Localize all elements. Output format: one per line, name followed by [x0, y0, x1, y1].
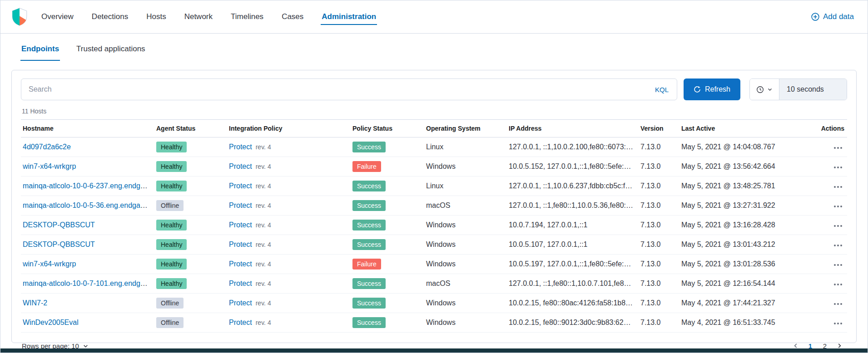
agent-status-badge: Healthy [156, 220, 187, 230]
refresh-interval-value[interactable]: 10 seconds [779, 79, 847, 100]
table-row: DESKTOP-QBBSCUTHealthyProtectrev. 4Succe… [21, 235, 847, 255]
hostname-link[interactable]: mainqa-atlcolo-10-0-5-36.eng.endgam... [23, 201, 153, 209]
chevron-down-icon [767, 87, 773, 92]
last-active-cell: May 5, 2021 @ 13:01:28.536 [678, 255, 817, 274]
operating-system-cell: Windows [422, 255, 505, 274]
policy-revision: rev. 4 [256, 221, 271, 229]
hostname-cell: mainqa-atlcolo-10-0-7-101.eng.endga... [21, 274, 153, 294]
row-actions-button[interactable] [832, 241, 844, 250]
last-active-cell: May 4, 2021 @ 16:51:33.745 [678, 313, 817, 333]
nav-item-administration[interactable]: Administration [321, 9, 377, 25]
agent-status-cell: Offline [153, 313, 225, 333]
search-box: KQL [21, 78, 677, 100]
version-cell: 7.13.0 [637, 274, 678, 294]
hostname-link[interactable]: DESKTOP-QBBSCUT [23, 221, 95, 229]
integration-policy-cell: Protectrev. 4 [225, 313, 349, 333]
integration-policy-cell: Protectrev. 4 [225, 216, 349, 235]
actions-cell [817, 255, 847, 274]
column-header-agent-status: Agent Status [153, 120, 225, 137]
endpoints-table: HostnameAgent StatusIntegration PolicyPo… [21, 119, 847, 333]
policy-status-badge: Success [352, 181, 386, 191]
agent-status-badge: Healthy [156, 142, 187, 152]
row-actions-button[interactable] [832, 300, 844, 308]
hostname-link[interactable]: DESKTOP-QBBSCUT [23, 240, 95, 248]
integration-policy-link[interactable]: Protect [229, 260, 252, 268]
refresh-icon [694, 86, 701, 93]
integration-policy-cell: Protectrev. 4 [225, 137, 349, 157]
tab-trusted-applications[interactable]: Trusted applications [75, 34, 146, 61]
integration-policy-link[interactable]: Protect [229, 143, 252, 151]
hostname-link[interactable]: WIN7-2 [23, 299, 47, 307]
last-active-cell: May 5, 2021 @ 14:04:08.767 [678, 137, 817, 157]
column-header-hostname: Hostname [21, 120, 153, 137]
operating-system-cell: Linux [422, 137, 505, 157]
integration-policy-link[interactable]: Protect [229, 299, 252, 307]
integration-policy-link[interactable]: Protect [229, 319, 252, 326]
version-cell: 7.13.0 [637, 313, 678, 333]
refresh-label: Refresh [705, 85, 730, 93]
version-cell: 7.13.0 [637, 157, 678, 176]
integration-policy-link[interactable]: Protect [229, 162, 252, 170]
nav-item-network[interactable]: Network [184, 9, 213, 25]
integration-policy-link[interactable]: Protect [229, 221, 252, 229]
hostname-link[interactable]: mainqa-atlcolo-10-0-7-101.eng.endga... [23, 279, 150, 287]
nav-item-detections[interactable]: Detections [91, 9, 129, 25]
integration-policy-link[interactable]: Protect [229, 182, 252, 190]
policy-status-badge: Failure [352, 161, 381, 172]
row-actions-button[interactable] [832, 202, 844, 211]
kql-button[interactable]: KQL [647, 79, 677, 100]
interval-dropdown-button[interactable] [750, 79, 779, 100]
elastic-security-logo-icon[interactable] [11, 7, 28, 26]
integration-policy-link[interactable]: Protect [229, 279, 252, 287]
nav-item-hosts[interactable]: Hosts [145, 9, 167, 25]
hostname-link[interactable]: 4d097d2a6c2e [23, 143, 71, 151]
policy-revision: rev. 4 [256, 280, 271, 287]
refresh-interval-control: 10 seconds [749, 78, 847, 100]
hostname-link[interactable]: WinDev2005Eval [23, 319, 79, 326]
ip-address-cell: 127.0.0.1, ::1,10.0.2.100,fe80::6073:9bf… [505, 137, 637, 157]
row-actions-button[interactable] [832, 280, 844, 289]
row-actions-button[interactable] [832, 261, 844, 269]
hostname-link[interactable]: win7-x64-wrkgrp [23, 162, 76, 170]
agent-status-cell: Healthy [153, 274, 225, 294]
agent-status-cell: Healthy [153, 255, 225, 274]
policy-revision: rev. 4 [256, 143, 271, 151]
chevron-left-icon [793, 343, 799, 349]
table-row: mainqa-atlcolo-10-0-5-36.eng.endgam...Of… [21, 196, 847, 216]
row-actions-button[interactable] [832, 222, 844, 230]
tab-endpoints[interactable]: Endpoints [20, 34, 60, 61]
row-actions-button[interactable] [832, 144, 844, 152]
row-actions-button[interactable] [832, 319, 844, 328]
agent-status-badge: Offline [156, 298, 184, 309]
table-row: 4d097d2a6c2eHealthyProtectrev. 4SuccessL… [21, 137, 847, 157]
nav-item-cases[interactable]: Cases [281, 9, 304, 25]
integration-policy-link[interactable]: Protect [229, 240, 252, 248]
nav-item-timelines[interactable]: Timelines [230, 9, 264, 25]
agent-status-badge: Healthy [156, 239, 187, 250]
version-cell: 7.13.0 [637, 294, 678, 313]
hostname-cell: DESKTOP-QBBSCUT [21, 235, 153, 255]
hostname-link[interactable]: win7-x64-wrkgrp [23, 260, 76, 268]
column-header-policy-status: Policy Status [349, 120, 422, 137]
refresh-button[interactable]: Refresh [684, 78, 740, 100]
elastic-security-app: OverviewDetectionsHostsNetworkTimelinesC… [0, 0, 868, 353]
nav-item-overview[interactable]: Overview [40, 9, 74, 25]
policy-status-badge: Success [352, 317, 386, 328]
operating-system-cell: Windows [422, 216, 505, 235]
agent-status-cell: Healthy [153, 235, 225, 255]
ip-address-cell: 10.0.2.15, fe80::9012:3d0c:9b83:62ec,... [505, 313, 637, 333]
column-header-version: Version [637, 120, 678, 137]
hosts-count: 11 Hosts [22, 108, 846, 115]
primary-nav: OverviewDetectionsHostsNetworkTimelinesC… [40, 0, 377, 33]
ip-address-cell: 10.0.2.15, fe80::80ac:4126:fa58:1b81,1..… [505, 294, 637, 313]
row-actions-button[interactable] [832, 163, 844, 172]
search-input[interactable] [21, 79, 647, 100]
table-row: mainqa-atlcolo-10-0-6-237.eng.endga...He… [21, 176, 847, 196]
integration-policy-link[interactable]: Protect [229, 201, 252, 209]
policy-status-cell: Success [349, 137, 422, 157]
row-actions-button[interactable] [832, 183, 844, 191]
hostname-link[interactable]: mainqa-atlcolo-10-0-6-237.eng.endga... [23, 182, 150, 190]
last-active-cell: May 5, 2021 @ 13:16:28.428 [678, 216, 817, 235]
policy-status-cell: Success [349, 313, 422, 333]
add-data-link[interactable]: Add data [811, 12, 854, 21]
